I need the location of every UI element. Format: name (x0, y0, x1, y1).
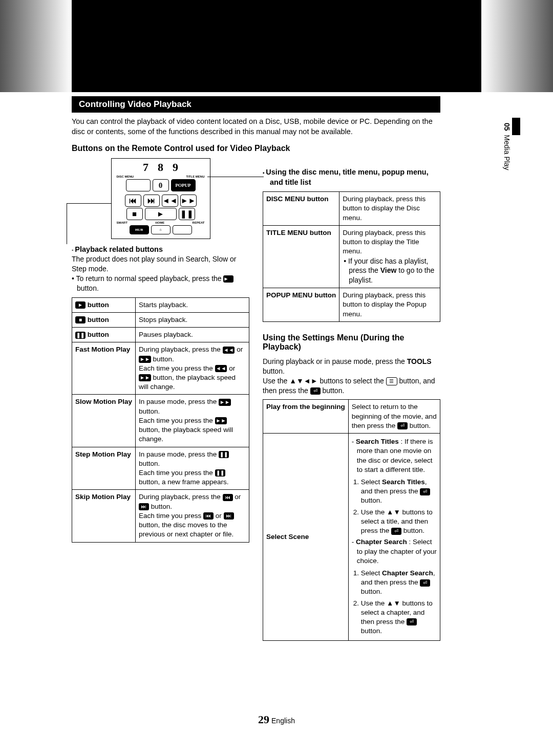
remote-popup-button: POPUP (171, 179, 196, 191)
settings-paragraph-2: Use the ▲▼◄► buttons to select the ☰ but… (263, 376, 440, 396)
decor-gradient-right (481, 0, 553, 92)
settings-table: Play from the beginning Select to return… (263, 399, 440, 641)
remote-label-disc-menu: DISC MENU (117, 175, 134, 178)
rewind-icon: ◄◄ (162, 195, 178, 207)
settings-menu-subhead: Using the Settings Menu (During the Play… (263, 333, 440, 352)
remote-label-smart: SMART (117, 221, 127, 224)
remote-disc-menu-button (126, 179, 151, 191)
skip-forward-icon: ⏭ (143, 195, 160, 207)
play-icon: ► (75, 301, 86, 309)
play-icon: ► (145, 208, 177, 220)
remote-hub-button: HUB (130, 225, 149, 234)
table-row: ■ button Stops playback. (72, 312, 249, 327)
page-footer: 29English (0, 713, 553, 726)
subheading-remote-buttons: Buttons on the Remote Control used for V… (72, 144, 440, 153)
disc-menu-subhead: Using the disc menu, title menu, popup m… (263, 167, 440, 187)
table-row: Slow Motion Play In pause mode, press th… (72, 395, 249, 447)
callout-line (67, 203, 67, 244)
tools-icon: ☰ (386, 377, 397, 385)
side-tab-block (512, 118, 520, 135)
table-row: Play from the beginning Select to return… (263, 400, 440, 434)
skip-forward-icon: ⏭ (139, 503, 149, 510)
fast-forward-icon: ►► (215, 417, 227, 424)
table-row: DISC MENU button During playback, press … (263, 192, 440, 226)
table-row: TITLE MENU button During playback, press… (263, 225, 440, 288)
rewind-icon: ◄◄ (215, 365, 227, 372)
page-number: 29 (258, 713, 269, 726)
play-icon: ► (223, 275, 233, 283)
skip-back-icon: ⏮ (203, 512, 214, 520)
decor-gradient-left (0, 0, 72, 92)
manual-page: 05 Media Play Controlling Video Playback… (0, 0, 553, 756)
fast-forward-icon: ►► (139, 356, 151, 363)
skip-back-icon: ⏮ (125, 195, 141, 207)
pause-icon: ❚❚ (219, 451, 229, 458)
playback-bullet: To return to normal speed playback, pres… (77, 274, 249, 293)
intro-paragraph: You can control the playback of video co… (72, 117, 440, 137)
remote-zero-button: 0 (153, 179, 169, 191)
enter-icon: ⏎ (391, 528, 401, 535)
remote-repeat-button (173, 225, 192, 234)
playback-note: The product does not play sound in Searc… (72, 254, 249, 274)
chapter-title: Media Play (503, 135, 511, 170)
table-row: ❚❚ button Pauses playback. (72, 328, 249, 342)
fast-forward-icon: ►► (180, 195, 197, 207)
table-row: Select Scene Search Titles : If there is… (263, 434, 440, 641)
menu-buttons-table: DISC MENU button During playback, press … (263, 191, 440, 322)
callout-line (207, 177, 264, 177)
enter-icon: ⏎ (310, 387, 321, 395)
skip-back-icon: ⏮ (223, 494, 233, 501)
remote-num-8: 8 (158, 161, 163, 174)
playback-buttons-table: ► button Starts playback. ■ button Stops… (72, 297, 249, 543)
decor-top-black (72, 0, 481, 92)
pause-icon: ❚❚ (75, 332, 86, 339)
remote-diagram: 7 8 9 DISC MENU TITLE MENU 0 POPUP ⏮ (111, 158, 210, 239)
playback-related-subhead: Playback related buttons (72, 245, 249, 253)
stop-icon: ■ (126, 208, 143, 220)
fast-forward-icon: ►► (139, 374, 151, 381)
stop-icon: ■ (75, 316, 86, 323)
enter-icon: ⏎ (397, 422, 408, 429)
right-column: Using the disc menu, title menu, popup m… (263, 158, 440, 641)
enter-icon: ⏎ (420, 579, 430, 587)
left-column: 7 8 9 DISC MENU TITLE MENU 0 POPUP ⏮ (72, 158, 249, 641)
fast-forward-icon: ►► (219, 399, 231, 406)
table-row: Step Motion Play In pause mode, press th… (72, 447, 249, 490)
enter-icon: ⏎ (407, 618, 417, 625)
remote-label-title-menu: TITLE MENU (186, 175, 205, 178)
table-row: Fast Motion Play During playback, press … (72, 342, 249, 395)
side-tab: 05 Media Play (503, 123, 511, 170)
pause-icon: ❚❚ (215, 469, 225, 477)
remote-num-7: 7 (143, 161, 148, 174)
chapter-number: 05 (503, 123, 511, 131)
table-row: Skip Motion Play During playback, press … (72, 490, 249, 542)
pause-icon: ❚❚ (179, 208, 195, 220)
settings-paragraph-1: During playback or in pause mode, press … (263, 357, 440, 376)
page-language: English (271, 717, 295, 725)
enter-icon: ⏎ (420, 488, 430, 495)
remote-label-home: HOME (155, 221, 164, 224)
table-row: ► button Starts playback. (72, 297, 249, 312)
rewind-icon: ◄◄ (223, 347, 235, 354)
skip-forward-icon: ⏭ (224, 512, 234, 520)
section-title-bar: Controlling Video Playback (72, 96, 440, 113)
table-row: POPUP MENU button During playback, press… (263, 288, 440, 322)
remote-num-9: 9 (173, 161, 178, 174)
callout-line (67, 203, 112, 204)
home-icon: ⌂ (151, 225, 171, 234)
remote-label-repeat: REPEAT (193, 221, 205, 224)
